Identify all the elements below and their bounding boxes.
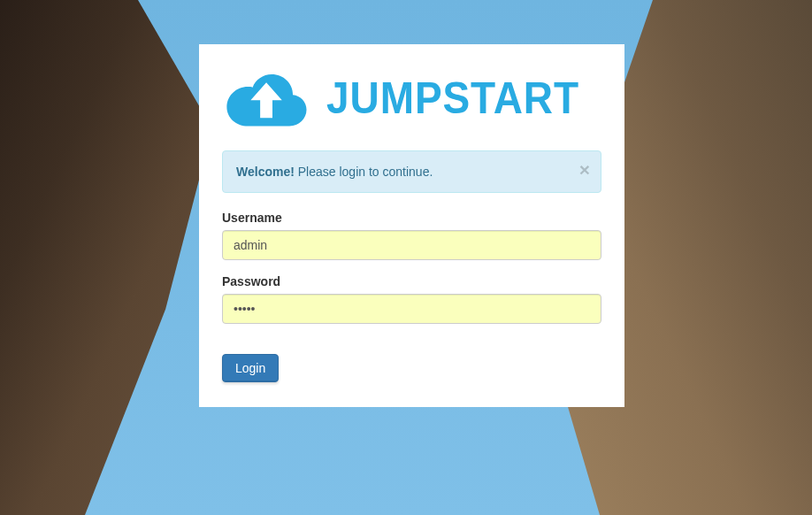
- logo: JUMPSTART: [222, 62, 601, 135]
- close-icon[interactable]: ×: [579, 160, 590, 179]
- login-panel: JUMPSTART Welcome! Please login to conti…: [199, 44, 624, 407]
- bg-rock-left: [0, 0, 212, 515]
- brand-text: JUMPSTART: [326, 73, 579, 124]
- password-input[interactable]: [222, 294, 601, 324]
- login-button[interactable]: Login: [222, 354, 279, 382]
- password-label: Password: [222, 274, 601, 288]
- alert-strong: Welcome!: [236, 165, 295, 179]
- cloud-upload-icon: [222, 62, 310, 135]
- alert-message: Please login to continue.: [295, 165, 433, 179]
- welcome-alert: Welcome! Please login to continue. ×: [222, 150, 601, 193]
- password-group: Password: [222, 274, 601, 324]
- username-group: Username: [222, 211, 601, 260]
- username-input[interactable]: [222, 230, 601, 260]
- username-label: Username: [222, 211, 601, 225]
